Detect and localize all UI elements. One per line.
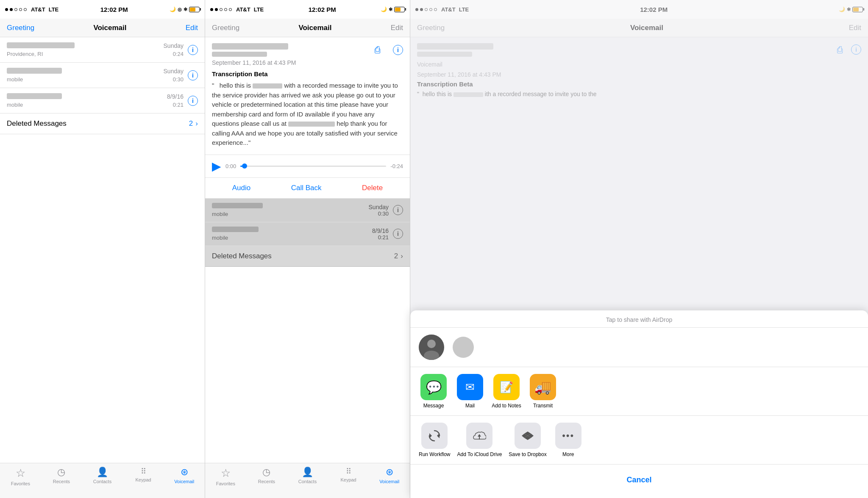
vm-date-1: Sunday: [164, 42, 184, 49]
info-icon-3[interactable]: i: [188, 96, 198, 106]
signal-dot-2-1: [210, 8, 213, 11]
transcription-title: Transcription Beta: [212, 70, 403, 77]
hello-text: hello this is: [220, 82, 253, 89]
status-right-1: 🌙 ◎ ✻: [170, 6, 200, 12]
share-action-dropbox[interactable]: Save to Dropbox: [509, 423, 546, 457]
signal-dot-5: [24, 8, 27, 11]
tab-label-voicemail-1: Voicemail: [174, 479, 194, 484]
airdrop-contact-2[interactable]: [453, 335, 474, 360]
info-icon-detail[interactable]: i: [393, 45, 403, 55]
svg-marker-3: [437, 433, 440, 438]
tab-voicemail-2[interactable]: ⊛ Voicemail: [369, 467, 410, 484]
tab-contacts-1[interactable]: 👤 Contacts: [82, 467, 123, 484]
list-item[interactable]: mobile 8/9/16 0:21 i: [0, 88, 205, 113]
deleted-messages-label-2: Deleted Messages: [212, 252, 272, 260]
list-item[interactable]: Providence, RI Sunday 0:24 i: [0, 37, 205, 63]
workflow-icon: [421, 423, 448, 449]
tab-label-favorites-1: Favorites: [11, 481, 30, 486]
info-icon-1[interactable]: i: [188, 45, 198, 55]
deleted-messages-row-1[interactable]: Deleted Messages 2 ›: [0, 113, 205, 134]
tab-favorites-1[interactable]: ☆ Favorites: [0, 467, 41, 486]
battery-2: [394, 7, 405, 12]
nav-left-1[interactable]: Greeting: [7, 24, 34, 32]
notes-icon: 📝: [500, 381, 513, 394]
bl-content-2: mobile: [212, 227, 372, 241]
deleted-messages-label-1: Deleted Messages: [7, 119, 67, 128]
call-back-btn[interactable]: Call Back: [291, 184, 322, 192]
audio-time-start: 0:00: [225, 163, 236, 169]
nav-title-2: Voicemail: [298, 24, 331, 32]
tab-favorites-2[interactable]: ☆ Favorites: [205, 467, 246, 486]
tab-contacts-2[interactable]: 👤 Contacts: [287, 467, 328, 484]
carrier-3: AT&T: [441, 6, 456, 13]
vm-dur-2: 0:30: [173, 76, 184, 83]
share-action-more[interactable]: ••• More: [554, 423, 583, 457]
tab-keypad-2[interactable]: ⠿ Keypad: [328, 467, 369, 482]
airdrop-contacts-row: [410, 328, 868, 367]
contact-name-blur-d1: [212, 43, 288, 50]
mail-icon: ✉: [465, 381, 475, 394]
airdrop-header: Tap to share with AirDrop: [410, 310, 868, 328]
vm-date-2: Sunday: [164, 68, 184, 75]
network-type-3: LTE: [459, 6, 469, 13]
blurred-number-1: [288, 122, 335, 127]
play-button[interactable]: ▶: [212, 159, 221, 173]
airdrop-contact-1[interactable]: [419, 335, 444, 360]
message-app-icon: 💬: [420, 374, 447, 400]
share-app-transmit[interactable]: 🚚 Transmit: [528, 374, 558, 409]
star-icon-2: ☆: [221, 467, 231, 480]
share-app-mail[interactable]: ✉ Mail: [455, 374, 485, 409]
audio-progress-track[interactable]: [240, 166, 386, 167]
audio-time-end: -0:24: [390, 163, 403, 169]
deleted-messages-row-2[interactable]: Deleted Messages 2 ›: [205, 246, 410, 267]
carrier-1: AT&T: [31, 6, 45, 13]
nav-edit-1[interactable]: Edit: [186, 24, 198, 32]
nav-left-2[interactable]: Greeting: [212, 24, 239, 32]
icloud-icon: [466, 423, 492, 449]
airdrop-avatar-2: [453, 337, 474, 358]
tab-recents-1[interactable]: ◷ Recents: [41, 467, 82, 484]
vm-item-content-3: mobile: [7, 93, 167, 108]
audio-action-btn[interactable]: Audio: [232, 184, 250, 192]
signal-dot-2-2: [215, 8, 218, 11]
status-left-1: AT&T LTE: [5, 6, 58, 13]
share-action-icloud-label: Add To iCloud Drive: [457, 451, 502, 457]
list-item[interactable]: mobile 8/9/16 0:21 i: [205, 222, 410, 246]
deleted-right-2: 2 ›: [394, 252, 403, 260]
notes-app-icon: 📝: [493, 374, 520, 400]
share-app-notes[interactable]: 📝 Add to Notes: [492, 374, 521, 409]
deleted-right-1: 2 ›: [189, 119, 198, 128]
share-action-icloud[interactable]: Add To iCloud Drive: [457, 423, 502, 457]
share-action-workflow[interactable]: Run Workflow: [419, 423, 450, 457]
deleted-count-1: 2: [189, 119, 193, 128]
tab-recents-2[interactable]: ◷ Recents: [246, 467, 287, 484]
panel-voicemail-detail: AT&T LTE 12:02 PM 🌙 ✻ Greeting Voicemail…: [205, 0, 410, 498]
keypad-icon-1: ⠿: [141, 467, 146, 476]
share-button[interactable]: ⎙: [375, 44, 380, 55]
tab-label-rec-2: Recents: [258, 479, 275, 484]
contact-name-blur-3: [7, 93, 62, 99]
tab-keypad-1[interactable]: ⠿ Keypad: [123, 467, 164, 482]
tab-voicemail-1[interactable]: ⊛ Voicemail: [164, 467, 205, 484]
list-item[interactable]: mobile Sunday 0:30 i: [0, 63, 205, 88]
network-type-1: LTE: [49, 6, 59, 13]
blurred-name-1: [253, 83, 282, 89]
info-icon-bl-2[interactable]: i: [393, 229, 403, 239]
bl-meta-2: 8/9/16 0:21: [372, 227, 389, 241]
clock-icon-1: ◷: [57, 467, 65, 478]
battery-1: [189, 7, 200, 12]
nav-edit-2[interactable]: Edit: [391, 24, 403, 32]
delete-btn[interactable]: Delete: [362, 184, 383, 192]
signal-dot-3: [14, 8, 17, 11]
cancel-button[interactable]: Cancel: [417, 469, 861, 491]
tab-label-key-2: Keypad: [340, 477, 356, 482]
list-item[interactable]: mobile Sunday 0:30 i: [205, 199, 410, 222]
tab-bar-1: ☆ Favorites ◷ Recents 👤 Contacts ⠿ Keypa…: [0, 463, 205, 498]
share-app-message[interactable]: 💬 Message: [419, 374, 448, 409]
info-icon-2[interactable]: i: [188, 70, 198, 80]
bl-name-blur-1: [212, 203, 263, 208]
vm-item-content-1: Providence, RI: [7, 42, 164, 58]
bottom-list: mobile Sunday 0:30 i mobile 8/9/16 0:21 …: [205, 199, 410, 267]
info-icon-bl-1[interactable]: i: [393, 205, 403, 215]
keypad-icon-2: ⠿: [346, 467, 351, 476]
